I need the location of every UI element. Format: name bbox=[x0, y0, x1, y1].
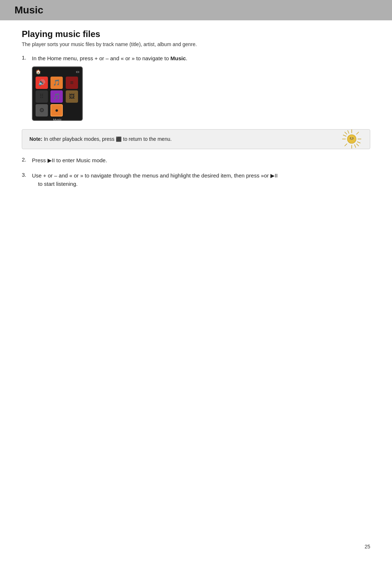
step-3-number: 3. bbox=[22, 172, 32, 178]
device-battery-icon: ▭ bbox=[76, 70, 79, 74]
step-1-text: In the Home menu, press + or – and « or … bbox=[32, 54, 370, 63]
device-top-bar: 🏠 ▭ bbox=[35, 69, 80, 74]
device-icon-5: 🎵 bbox=[50, 90, 63, 103]
step-2: 2. Press ▶II to enter Music mode. bbox=[22, 156, 370, 165]
note-bold-label: Note: bbox=[29, 136, 42, 142]
device-icon-4: ⠿ bbox=[36, 90, 48, 103]
page-content: Playing music files The player sorts you… bbox=[0, 29, 392, 188]
section-subtitle: The player sorts your music files by tra… bbox=[22, 41, 370, 47]
page-number: 25 bbox=[364, 544, 370, 549]
device-screen-label: Music bbox=[35, 118, 80, 122]
sun-decorative-icon bbox=[341, 128, 363, 150]
steps-list: 1. In the Home menu, press + or – and « … bbox=[22, 54, 370, 122]
svg-point-13 bbox=[350, 138, 351, 139]
svg-line-4 bbox=[345, 132, 347, 135]
svg-point-14 bbox=[352, 138, 354, 139]
step-2-number: 2. bbox=[22, 156, 32, 163]
step-3: 3. Use + or – and « or » to navigate thr… bbox=[22, 172, 370, 188]
device-icon-3: ≡ bbox=[66, 77, 78, 89]
section-title: Playing music files bbox=[22, 29, 370, 39]
svg-point-12 bbox=[347, 135, 356, 143]
steps-list-continued: 2. Press ▶II to enter Music mode. 3. Use… bbox=[22, 156, 370, 188]
note-box: Note: In other playback modes, press ⬛ t… bbox=[22, 129, 370, 149]
device-icon-7: ⚙ bbox=[36, 104, 48, 117]
svg-line-9 bbox=[357, 142, 360, 143]
step-1: 1. In the Home menu, press + or – and « … bbox=[22, 54, 370, 122]
step-1-content: In the Home menu, press + or – and « or … bbox=[32, 54, 370, 122]
device-screen-frame: 🏠 ▭ 🔊 🎵 ≡ ⠿ 🎵 🖼 ⚙ ● bbox=[32, 66, 83, 121]
page-header: Music bbox=[0, 0, 392, 20]
device-icon-1: 🔊 bbox=[36, 77, 48, 89]
svg-line-5 bbox=[356, 144, 359, 146]
device-screenshot: 🏠 ▭ 🔊 🎵 ≡ ⠿ 🎵 🖼 ⚙ ● bbox=[32, 66, 83, 121]
device-home-icon: 🏠 bbox=[36, 69, 41, 74]
step-3-text: Use + or – and « or » to navigate throug… bbox=[32, 172, 370, 188]
step-1-number: 1. bbox=[22, 54, 32, 61]
svg-line-8 bbox=[343, 135, 346, 136]
device-icon-6: 🖼 bbox=[66, 90, 78, 103]
step-2-content: Press ▶II to enter Music mode. bbox=[32, 156, 370, 165]
svg-line-6 bbox=[356, 132, 359, 135]
device-icon-2: 🎵 bbox=[50, 77, 63, 89]
menu-return-icon: ⬛ bbox=[116, 136, 122, 143]
step-3-content: Use + or – and « or » to navigate throug… bbox=[32, 172, 370, 188]
svg-line-10 bbox=[348, 130, 349, 134]
svg-line-7 bbox=[345, 144, 347, 146]
device-icon-grid: 🔊 🎵 ≡ ⠿ 🎵 🖼 ⚙ ● bbox=[35, 76, 80, 117]
device-icon-8: ● bbox=[50, 104, 63, 117]
page-title: Music bbox=[15, 4, 377, 16]
note-body: In other playback modes, press ⬛ to retu… bbox=[44, 136, 172, 142]
step-2-text: Press ▶II to enter Music mode. bbox=[32, 156, 370, 165]
note-text: Note: In other playback modes, press ⬛ t… bbox=[29, 135, 172, 143]
svg-line-11 bbox=[355, 144, 356, 148]
